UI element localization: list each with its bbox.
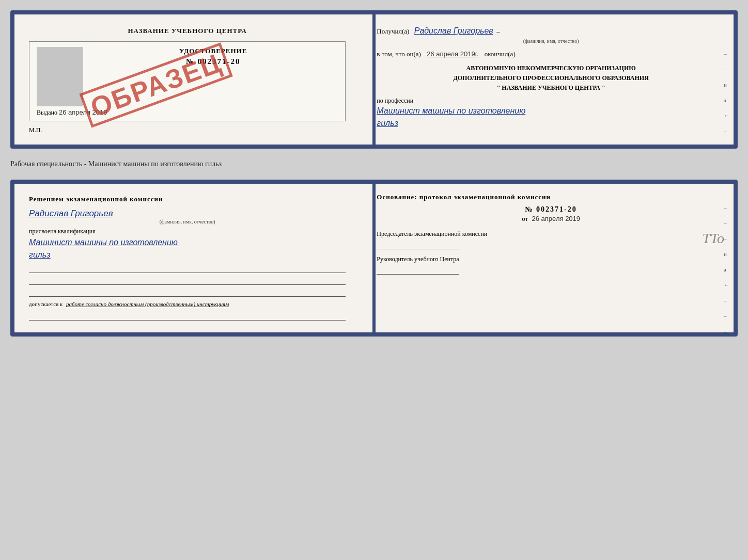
side-dashes-bottom: – – – и а ← – – – — [724, 204, 729, 334]
cert-box: УДОСТОВЕРЕНИЕ № 002371-20 Выдано 26 апре… — [29, 41, 346, 121]
bottom-fio-label: (фамилия, имя, отчество) — [29, 219, 346, 225]
org-line2: ДОПОЛНИТЕЛЬНОГО ПРОФЕССИОНАЛЬНОГО ОБРАЗО… — [377, 73, 725, 83]
fio-label-top: (фамилия, имя, отчество) — [377, 37, 725, 45]
underline-row3 — [29, 287, 346, 297]
допуск-prefix: допускается к — [29, 301, 63, 307]
qual-value: Машинист машины по изготовлению — [29, 236, 346, 249]
cert-title: УДОСТОВЕРЕНИЕ — [88, 47, 338, 55]
bottom-right-panel: Основание: протокол экзаменационной коми… — [360, 184, 734, 332]
mp-label: М.П. — [29, 126, 346, 134]
underline-row4 — [29, 311, 346, 321]
recipient-name: Радислав Григорьев — [414, 26, 493, 35]
допуск-italic: работе согласно должностным (производств… — [66, 301, 229, 307]
bottom-left-panel: Решением экзаменационной комиссии Радисл… — [14, 184, 360, 332]
assigned-line: присвоена квалификация — [29, 228, 346, 235]
finished-label: окончил(а) — [485, 50, 516, 58]
top-left-panel: НАЗВАНИЕ УЧЕБНОГО ЦЕНТРА УДОСТОВЕРЕНИЕ №… — [14, 14, 360, 145]
photo-placeholder — [37, 47, 83, 106]
profession-label: по профессии — [377, 97, 725, 105]
underline-row2 — [29, 276, 346, 285]
qual-value2: гильз — [29, 249, 346, 261]
protocol-number: № 002371-20 — [377, 205, 725, 214]
bottom-recipient-name: Радислав Григорьев — [29, 209, 346, 219]
chairman-sig-line — [377, 240, 459, 249]
qualification-block: Машинист машины по изготовлению гильз — [29, 236, 346, 261]
date-prefix: от — [522, 215, 528, 222]
org-line3: " НАЗВАНИЕ УЧЕБНОГО ЦЕНТРА " — [377, 83, 725, 93]
page-wrapper: НАЗВАНИЕ УЧЕБНОГО ЦЕНТРА УДОСТОВЕРЕНИЕ №… — [10, 10, 738, 337]
issued-label: Выдано — [37, 109, 57, 116]
received-label: Получил(а) — [377, 27, 409, 35]
date-line: в том, что он(а) 26 апреля 2019г. окончи… — [377, 49, 725, 59]
top-right-panel: Получил(а) Радислав Григорьев – (фамилия… — [360, 14, 734, 145]
recipient-line: Получил(а) Радислав Григорьев – (фамилия… — [377, 25, 725, 45]
bottom-certificate-card: Решением экзаменационной комиссии Радисл… — [10, 180, 738, 337]
underline-row1 — [29, 264, 346, 273]
org-line1: АВТОНОМНУЮ НЕКОММЕРЧЕСКУЮ ОРГАНИЗАЦИЮ — [377, 63, 725, 73]
chairman-block: Председатель экзаменационной комиссии — [377, 230, 725, 249]
protocol-date: от 26 апреля 2019 — [377, 215, 725, 223]
side-dashes-top: – – – и а ← – – – — [724, 35, 729, 149]
profession-block: по профессии Машинист машины по изготовл… — [377, 97, 725, 130]
cert-number: № 002371-20 — [88, 57, 338, 66]
top-certificate-card: НАЗВАНИЕ УЧЕБНОГО ЦЕНТРА УДОСТОВЕРЕНИЕ №… — [10, 10, 738, 149]
допуск-block: допускается к работе согласно должностны… — [29, 300, 346, 309]
top-left-title: НАЗВАНИЕ УЧЕБНОГО ЦЕНТРА — [29, 27, 346, 35]
head-label: Руководитель учебного Центра — [377, 255, 725, 263]
bottom-name-block: Радислав Григорьев (фамилия, имя, отчест… — [29, 209, 346, 225]
profession-value: Машинист машины по изготовлению — [377, 105, 725, 117]
org-block: АВТОНОМНУЮ НЕКОММЕРЧЕСКУЮ ОРГАНИЗАЦИЮ ДО… — [377, 63, 725, 93]
chairman-label: Председатель экзаменационной комиссии — [377, 230, 725, 238]
issued-date: 26 апреля 2019 — [59, 108, 107, 116]
between-label: Рабочая специальность - Машинист машины … — [10, 158, 738, 170]
profession-value2: гильз — [377, 117, 725, 130]
date-value: 26 апреля 2019г. — [427, 50, 478, 58]
date-label: в том, что он(а) — [377, 50, 421, 58]
tto-text: TTo — [702, 230, 724, 247]
head-sig-line — [377, 265, 459, 275]
osnov-title: Основание: протокол экзаменационной коми… — [377, 193, 725, 201]
protocol-date-value: 26 апреля 2019 — [532, 215, 581, 222]
head-block: Руководитель учебного Центра — [377, 255, 725, 275]
decision-title: Решением экзаменационной комиссии — [29, 195, 346, 203]
